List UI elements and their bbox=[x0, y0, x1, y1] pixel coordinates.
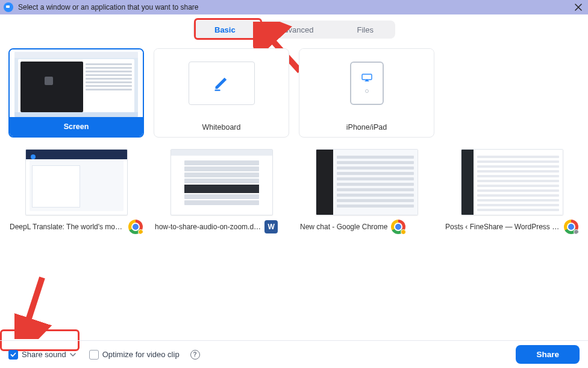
footer-bar: Share sound Optimize for video clip ? Sh… bbox=[0, 340, 588, 368]
chrome-icon bbox=[391, 220, 405, 234]
window-thumb bbox=[8, 145, 144, 220]
share-sound-label: Share sound bbox=[22, 350, 66, 359]
source-iphone-label: iPhone/iPad bbox=[299, 118, 434, 137]
window-label: how-to-share-audio-on-zoom.d… bbox=[155, 223, 261, 231]
share-sound-checkbox[interactable]: Share sound bbox=[8, 350, 78, 360]
chevron-down-icon bbox=[70, 352, 76, 358]
tab-files[interactable]: Files bbox=[336, 21, 395, 39]
window-card-deepl[interactable]: DeepL Translate: The world's mos… bbox=[8, 145, 144, 234]
window-thumb bbox=[154, 145, 289, 220]
source-iphone-ipad[interactable]: iPhone/iPad bbox=[299, 48, 434, 138]
source-screen-label: Screen bbox=[10, 117, 143, 136]
tabs-row: Basic Advanced Files bbox=[0, 21, 588, 39]
optimize-video-checkbox[interactable]: Optimize for video clip bbox=[89, 350, 180, 360]
source-screen[interactable]: Screen bbox=[8, 48, 144, 138]
window-title: Select a window or an application that y… bbox=[18, 3, 199, 11]
window-card-wordpress[interactable]: Posts ‹ FineShare — WordPress - … bbox=[444, 145, 580, 234]
tabs-pill: Basic Advanced Files bbox=[193, 21, 395, 39]
grid-spacer bbox=[444, 48, 580, 138]
svg-line-1 bbox=[25, 278, 42, 329]
checkbox-icon bbox=[89, 350, 99, 360]
window-thumb bbox=[299, 145, 434, 220]
close-icon bbox=[575, 4, 582, 11]
zoom-app-icon bbox=[4, 2, 13, 12]
share-button[interactable]: Share bbox=[516, 345, 580, 364]
airplay-icon bbox=[361, 74, 372, 82]
title-bar: Select a window or an application that y… bbox=[0, 0, 588, 14]
window-label: DeepL Translate: The world's mos… bbox=[10, 223, 125, 231]
whiteboard-thumbnail bbox=[154, 49, 289, 118]
iphone-thumbnail bbox=[299, 49, 434, 118]
share-grid-wrap: Screen Whiteboard bbox=[0, 39, 588, 234]
window-label: New chat - Google Chrome bbox=[300, 223, 387, 231]
share-sound-dropdown[interactable] bbox=[70, 352, 78, 358]
window-card-word[interactable]: how-to-share-audio-on-zoom.d… W bbox=[154, 145, 289, 234]
source-whiteboard[interactable]: Whiteboard bbox=[154, 48, 289, 138]
share-grid: Screen Whiteboard bbox=[8, 48, 580, 234]
pencil-icon bbox=[213, 75, 230, 92]
chrome-icon bbox=[564, 220, 578, 234]
tab-advanced[interactable]: Advanced bbox=[257, 21, 336, 39]
tab-basic[interactable]: Basic bbox=[193, 21, 257, 39]
chrome-icon bbox=[128, 220, 143, 234]
annotation-arrow-to-sound bbox=[14, 273, 57, 339]
word-icon: W bbox=[264, 220, 278, 233]
optimize-help-icon[interactable]: ? bbox=[190, 350, 200, 360]
window-thumb bbox=[444, 145, 580, 220]
window-card-newchat[interactable]: New chat - Google Chrome bbox=[299, 145, 434, 234]
svg-rect-2 bbox=[362, 74, 372, 80]
checkbox-icon bbox=[8, 350, 18, 360]
close-button[interactable] bbox=[572, 1, 584, 13]
optimize-label: Optimize for video clip bbox=[102, 350, 180, 359]
source-whiteboard-label: Whiteboard bbox=[154, 118, 289, 137]
window-label: Posts ‹ FineShare — WordPress - … bbox=[445, 223, 560, 231]
screen-thumbnail bbox=[10, 49, 143, 117]
